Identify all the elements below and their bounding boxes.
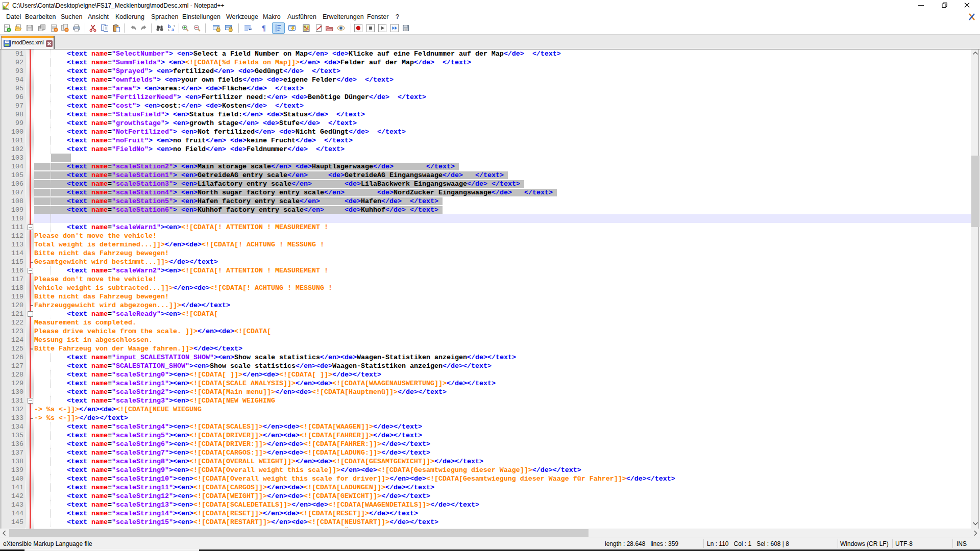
svg-text:a: a [172, 27, 175, 32]
svg-text:¶: ¶ [262, 24, 266, 32]
svg-text:b: b [168, 24, 171, 29]
